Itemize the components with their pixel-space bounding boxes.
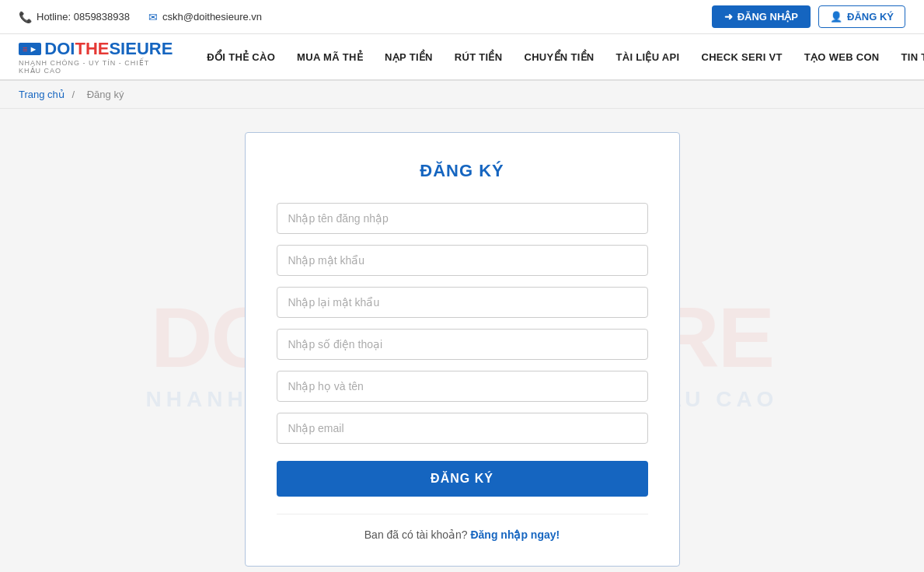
nav-item: NẠP TIỀN bbox=[374, 51, 444, 63]
confirm-password-input[interactable] bbox=[277, 287, 648, 318]
email-group bbox=[277, 413, 648, 444]
breadcrumb-home[interactable]: Trang chủ bbox=[19, 89, 65, 100]
username-group bbox=[277, 203, 648, 234]
nav-link[interactable]: TÀI LIỆU API bbox=[605, 51, 691, 63]
password-group bbox=[277, 245, 648, 276]
login-link[interactable]: Đăng nhập ngay! bbox=[470, 528, 560, 541]
nav-item: TÀI LIỆU API bbox=[605, 51, 691, 63]
breadcrumb-separator: / bbox=[71, 89, 75, 100]
footer-text: Ban đã có tài khoản? bbox=[364, 528, 468, 541]
phone-icon: 📞 bbox=[19, 11, 32, 23]
email-label: cskh@doithesieure.vn bbox=[162, 11, 262, 23]
nav-link[interactable]: ĐỔI THẺ CÀO bbox=[196, 51, 286, 63]
register-card: ĐĂNG KÝ ĐĂNG KÝ Ban đã có tài khoản? Đăn… bbox=[245, 132, 680, 567]
hotline-contact: 📞 Hotline: 0859838938 bbox=[19, 11, 130, 23]
nav-item: TIN TỨC bbox=[891, 51, 924, 63]
main-content: DOITHESIEURE NHANH CHÓNG · UY TÍN · CHIẾ… bbox=[0, 109, 924, 572]
nav-item: MUA MÃ THẺ bbox=[286, 51, 374, 63]
breadcrumb: Trang chủ / Đăng ký bbox=[0, 81, 924, 109]
confirm-password-group bbox=[277, 287, 648, 318]
username-input[interactable] bbox=[277, 203, 648, 234]
nav-link[interactable]: TIN TỨC bbox=[891, 51, 924, 63]
nav-link[interactable]: NẠP TIỀN bbox=[374, 51, 444, 63]
logo-text-sieure: SIEURE bbox=[109, 39, 173, 59]
nav-link[interactable]: CHUYỂN TIỀN bbox=[513, 51, 605, 63]
nav-item: RÚT TIỀN bbox=[444, 51, 514, 63]
topbar-right: ➜ ĐĂNG NHẬP 👤 ĐĂNG KÝ bbox=[712, 5, 905, 28]
logo-sub: NHANH CHÓNG - UY TÍN - CHIẾT KHẤU CAO bbox=[19, 59, 173, 75]
nav-link[interactable]: RÚT TIỀN bbox=[444, 51, 514, 63]
logo[interactable]: ≡ ► DOITHESIEURE NHANH CHÓNG - UY TÍN - … bbox=[19, 39, 173, 75]
register-top-button[interactable]: 👤 ĐĂNG KÝ bbox=[818, 5, 905, 28]
submit-button[interactable]: ĐĂNG KÝ bbox=[277, 461, 648, 497]
topbar: 📞 Hotline: 0859838938 ✉ cskh@doithesieur… bbox=[0, 0, 924, 34]
phone-input[interactable] bbox=[277, 329, 648, 360]
navbar: ≡ ► DOITHESIEURE NHANH CHÓNG - UY TÍN - … bbox=[0, 34, 924, 81]
phone-group bbox=[277, 329, 648, 360]
password-input[interactable] bbox=[277, 245, 648, 276]
fullname-group bbox=[277, 371, 648, 402]
register-icon: 👤 bbox=[830, 11, 842, 23]
topbar-left: 📞 Hotline: 0859838938 ✉ cskh@doithesieur… bbox=[19, 11, 262, 23]
nav-item: ĐỔI THẺ CÀO bbox=[196, 51, 286, 63]
hotline-label: Hotline: 0859838938 bbox=[37, 11, 130, 23]
nav-link[interactable]: TẠO WEB CON bbox=[793, 51, 891, 63]
fullname-input[interactable] bbox=[277, 371, 648, 402]
login-arrow-icon: ➜ bbox=[724, 11, 733, 23]
nav-item: CHUYỂN TIỀN bbox=[513, 51, 605, 63]
nav-item: TẠO WEB CON bbox=[793, 51, 891, 63]
logo-main: ≡ ► DOITHESIEURE bbox=[19, 39, 173, 59]
login-button[interactable]: ➜ ĐĂNG NHẬP bbox=[712, 5, 811, 28]
email-contact: ✉ cskh@doithesieure.vn bbox=[148, 11, 262, 23]
nav-item: CHECK SERI VT bbox=[690, 51, 793, 63]
logo-text-doi: DOI bbox=[44, 39, 75, 59]
breadcrumb-current: Đăng ký bbox=[87, 89, 124, 100]
form-footer: Ban đã có tài khoản? Đăng nhập ngay! bbox=[277, 514, 648, 541]
nav-link[interactable]: MUA MÃ THẺ bbox=[286, 51, 374, 63]
logo-text-the: THE bbox=[75, 39, 109, 59]
nav-links: ĐỔI THẺ CÀOMUA MÃ THẺNẠP TIỀNRÚT TIỀNCHU… bbox=[196, 51, 924, 63]
register-title: ĐĂNG KÝ bbox=[277, 161, 648, 181]
email-icon: ✉ bbox=[148, 11, 158, 23]
nav-link[interactable]: CHECK SERI VT bbox=[690, 51, 793, 63]
logo-icon: ≡ ► bbox=[19, 43, 41, 55]
email-input[interactable] bbox=[277, 413, 648, 444]
